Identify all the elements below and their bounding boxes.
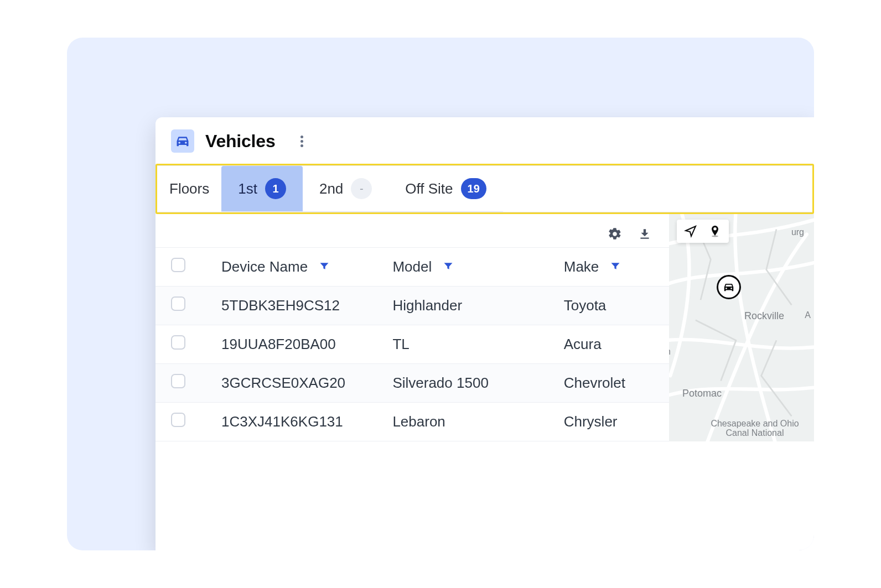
- filter-icon: [610, 261, 621, 272]
- more-options-button[interactable]: [294, 131, 310, 151]
- filter-icon: [443, 261, 454, 272]
- settings-button[interactable]: [606, 225, 624, 243]
- table-row[interactable]: 3GCRCSE0XAG20 Silverado 1500 Chevrolet: [156, 364, 669, 403]
- cell-model: Highlander: [386, 287, 557, 325]
- app-window: Vehicles Floors 1st 1 2nd - Off: [156, 117, 814, 550]
- map-panel[interactable]: urg Rockville A h Potomac Chesapeake and…: [669, 214, 814, 441]
- cell-model: TL: [386, 325, 557, 364]
- floor-tab-label: 2nd: [319, 180, 343, 197]
- floor-tab-1st[interactable]: 1st 1: [221, 166, 303, 212]
- map-label-coc: Chesapeake and Ohio Canal National: [700, 419, 810, 438]
- table-row[interactable]: 5TDBK3EH9CS12 Highlander Toyota: [156, 287, 669, 325]
- svg-point-0: [712, 236, 718, 237]
- floor-tab-label: Off Site: [405, 180, 453, 197]
- cell-make: Acura: [557, 325, 669, 364]
- floors-tabs-highlight: Floors 1st 1 2nd - Off Site 19: [156, 164, 814, 214]
- floor-count-badge: 19: [461, 178, 486, 199]
- map-label: urg: [791, 227, 804, 237]
- cell-model: Silverado 1500: [386, 364, 557, 403]
- gear-icon: [608, 227, 622, 241]
- row-checkbox[interactable]: [171, 374, 185, 388]
- floors-label: Floors: [157, 166, 221, 212]
- map-label: A: [805, 310, 811, 320]
- filter-device-button[interactable]: [319, 258, 330, 275]
- floor-tab-label: 1st: [238, 180, 257, 197]
- download-icon: [638, 227, 652, 241]
- column-header-model[interactable]: Model: [392, 258, 432, 275]
- pin-icon: [708, 225, 722, 238]
- row-checkbox[interactable]: [171, 335, 185, 350]
- cell-make: Toyota: [557, 287, 669, 325]
- cell-device: 3GCRCSE0XAG20: [215, 364, 386, 403]
- vehicles-icon: [171, 129, 194, 153]
- cell-device: 5TDBK3EH9CS12: [215, 287, 386, 325]
- table-tools: [156, 214, 669, 247]
- cell-device: 1C3XJ41K6KG131: [215, 403, 386, 441]
- cell-model: Lebaron: [386, 403, 557, 441]
- locate-me-button[interactable]: [682, 223, 699, 240]
- table-row[interactable]: 1C3XJ41K6KG131 Lebaron Chrysler: [156, 403, 669, 441]
- column-header-device[interactable]: Device Name: [221, 258, 308, 275]
- table-row[interactable]: 19UUA8F20BA00 TL Acura: [156, 325, 669, 364]
- navigation-icon: [684, 225, 697, 238]
- filter-icon: [319, 261, 330, 272]
- row-checkbox[interactable]: [171, 296, 185, 311]
- map-label-potomac: Potomac: [682, 388, 722, 399]
- floor-count-badge: 1: [265, 178, 286, 199]
- page-title: Vehicles: [205, 131, 276, 152]
- map-label-rockville: Rockville: [744, 310, 784, 322]
- filter-make-button[interactable]: [610, 258, 621, 275]
- cell-make: Chrysler: [557, 403, 669, 441]
- row-checkbox[interactable]: [171, 413, 185, 427]
- vehicles-table: Device Name Model: [156, 247, 669, 441]
- cell-device: 19UUA8F20BA00: [215, 325, 386, 364]
- floor-tab-offsite[interactable]: Off Site 19: [388, 166, 502, 212]
- car-icon: [723, 281, 735, 293]
- page-header: Vehicles: [156, 117, 814, 163]
- vehicle-map-marker[interactable]: [717, 275, 741, 299]
- download-button[interactable]: [636, 225, 654, 243]
- map-label: h: [669, 347, 671, 357]
- floor-tab-2nd[interactable]: 2nd -: [303, 166, 388, 212]
- table-header-row: Device Name Model: [156, 248, 669, 287]
- floor-count-badge: -: [351, 178, 372, 199]
- drop-pin-button[interactable]: [707, 223, 723, 240]
- cell-make: Chevrolet: [557, 364, 669, 403]
- floors-tabs: Floors 1st 1 2nd - Off Site 19: [157, 165, 812, 212]
- map-roads: [669, 214, 814, 441]
- select-all-checkbox[interactable]: [171, 258, 185, 272]
- map-controls: [677, 220, 729, 243]
- column-header-make[interactable]: Make: [564, 258, 599, 275]
- filter-model-button[interactable]: [443, 258, 454, 275]
